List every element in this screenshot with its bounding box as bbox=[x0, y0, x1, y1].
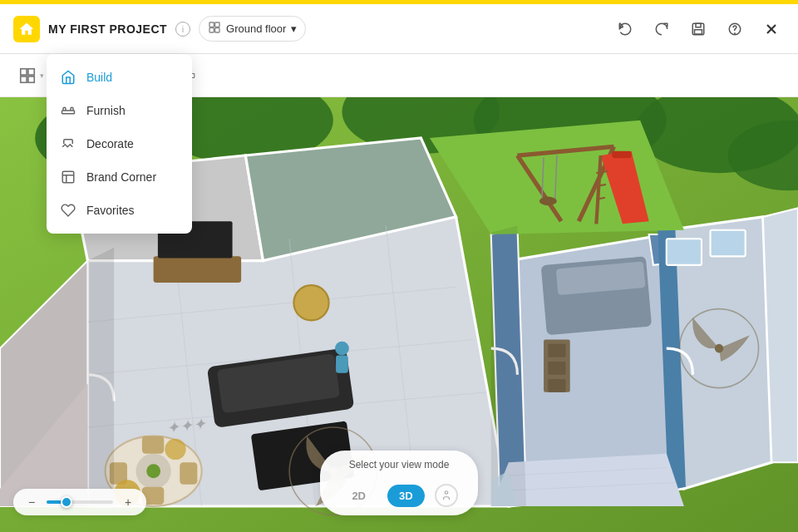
view-3d-extra-button[interactable] bbox=[435, 484, 458, 507]
view-mode-panel: Select your view mode 2D 3D bbox=[320, 451, 477, 515]
favorites-label: Favorites bbox=[86, 204, 135, 217]
build-icon bbox=[60, 69, 76, 86]
svg-rect-24 bbox=[62, 111, 75, 114]
zoom-controls: − + bbox=[13, 489, 146, 515]
svg-rect-93 bbox=[548, 379, 565, 392]
svg-point-56 bbox=[293, 285, 328, 320]
build-label: Build bbox=[86, 71, 112, 84]
svg-point-100 bbox=[445, 491, 448, 495]
header-right bbox=[612, 16, 785, 42]
brand-corner-icon bbox=[60, 169, 76, 185]
redo-button[interactable] bbox=[648, 16, 675, 42]
furnish-label: Furnish bbox=[86, 104, 126, 117]
zoom-slider[interactable] bbox=[47, 500, 113, 504]
view-mode-label: Select your view mode bbox=[349, 459, 450, 470]
view-3d-button[interactable]: 3D bbox=[387, 485, 425, 507]
svg-rect-91 bbox=[548, 344, 565, 357]
zoom-in-button[interactable]: + bbox=[120, 494, 136, 510]
svg-point-8 bbox=[735, 32, 736, 33]
floorplan-chevron-icon: ▾ bbox=[40, 71, 44, 80]
svg-rect-12 bbox=[28, 68, 34, 74]
top-accent-bar bbox=[0, 0, 798, 4]
view-2d-button[interactable]: 2D bbox=[340, 485, 377, 507]
floorplan-icon bbox=[18, 66, 37, 85]
svg-rect-70 bbox=[612, 151, 631, 158]
save-icon bbox=[691, 22, 706, 37]
furnish-menu-icon-svg bbox=[61, 103, 76, 118]
svg-rect-58 bbox=[336, 356, 348, 373]
home-logo bbox=[13, 16, 40, 42]
decorate-icon-svg bbox=[61, 136, 76, 151]
dropdown-item-build[interactable]: Build bbox=[47, 61, 192, 94]
svg-rect-64 bbox=[711, 230, 746, 257]
header-left: MY FIRST PROJECT i Ground floor ▾ bbox=[13, 16, 612, 42]
zoom-out-button[interactable]: − bbox=[23, 494, 40, 510]
person-icon bbox=[441, 490, 452, 501]
header: MY FIRST PROJECT i Ground floor ▾ bbox=[0, 4, 798, 54]
svg-rect-6 bbox=[695, 29, 702, 33]
svg-rect-11 bbox=[21, 68, 27, 74]
dropdown-item-furnish[interactable]: Furnish bbox=[47, 94, 192, 127]
dropdown-item-favorites[interactable]: Favorites bbox=[47, 194, 192, 227]
favorites-icon bbox=[60, 202, 76, 219]
svg-rect-0 bbox=[209, 22, 214, 27]
help-icon bbox=[727, 22, 742, 37]
project-title: MY FIRST PROJECT bbox=[48, 22, 167, 36]
svg-rect-1 bbox=[215, 22, 219, 27]
view-mode-buttons: 2D 3D bbox=[340, 484, 457, 507]
close-button[interactable] bbox=[758, 16, 785, 42]
svg-rect-2 bbox=[209, 28, 214, 32]
dropdown-menu: Build Furnish Decorate bbox=[47, 54, 192, 234]
decorate-icon bbox=[60, 135, 76, 152]
svg-rect-63 bbox=[667, 239, 702, 265]
svg-rect-54 bbox=[154, 256, 241, 283]
svg-rect-25 bbox=[62, 171, 74, 183]
home-icon bbox=[18, 21, 35, 37]
svg-rect-92 bbox=[548, 362, 565, 375]
brand-corner-label: Brand Corner bbox=[86, 170, 156, 184]
furnish-icon-menu bbox=[60, 102, 76, 119]
info-button[interactable]: i bbox=[175, 22, 190, 37]
floors-icon bbox=[208, 21, 221, 34]
svg-rect-13 bbox=[21, 76, 27, 81]
undo-icon bbox=[618, 22, 633, 37]
floor-selector-icon bbox=[208, 21, 221, 37]
svg-rect-5 bbox=[696, 23, 701, 27]
save-button[interactable] bbox=[685, 16, 712, 42]
help-button[interactable] bbox=[722, 16, 748, 42]
build-icon-svg bbox=[61, 70, 76, 85]
redo-icon bbox=[654, 22, 669, 37]
floor-label: Ground floor bbox=[226, 22, 286, 35]
dropdown-item-decorate[interactable]: Decorate bbox=[47, 127, 192, 160]
favorites-icon-svg bbox=[61, 203, 76, 218]
close-icon bbox=[763, 21, 780, 37]
zoom-slider-thumb[interactable] bbox=[61, 496, 72, 508]
dropdown-item-brand-corner[interactable]: Brand Corner bbox=[47, 160, 192, 194]
decorate-label: Decorate bbox=[86, 137, 134, 150]
svg-point-77 bbox=[539, 197, 557, 206]
floor-selector[interactable]: Ground floor ▾ bbox=[199, 16, 306, 42]
svg-rect-3 bbox=[215, 28, 219, 32]
svg-rect-14 bbox=[28, 76, 34, 81]
floor-chevron-icon: ▾ bbox=[291, 22, 297, 35]
brand-corner-icon-svg bbox=[61, 170, 76, 185]
undo-button[interactable] bbox=[612, 16, 638, 42]
svg-point-57 bbox=[335, 342, 349, 356]
